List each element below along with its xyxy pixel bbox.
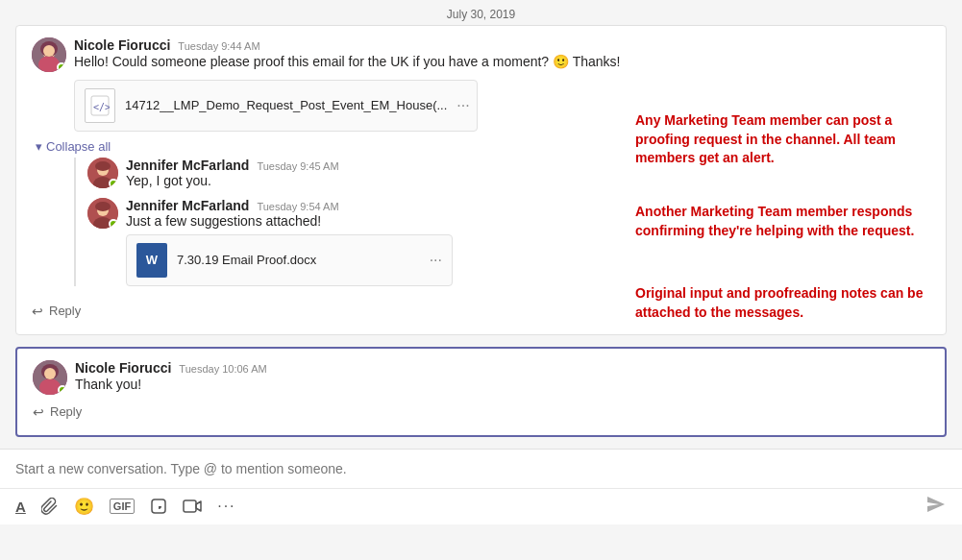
online-badge-1	[57, 62, 66, 72]
svg-text:</>: </>	[93, 102, 110, 112]
avatar-nicole-2	[33, 360, 67, 395]
online-badge-3	[109, 219, 118, 229]
annotation-2: Another Marketing Team member responds c…	[635, 203, 943, 240]
message-time-1: Tuesday 9:44 AM	[178, 40, 259, 52]
attachment-dots-1[interactable]: ···	[456, 97, 469, 114]
meet-icon[interactable]	[183, 499, 202, 513]
reply-time-1: Tuesday 9:45 AM	[257, 160, 338, 172]
format-icon[interactable]: A	[15, 499, 26, 515]
compose-toolbar: A 🙂 GIF ···	[0, 488, 962, 524]
svg-point-18	[44, 368, 56, 379]
collapse-arrow: ▾	[36, 139, 42, 154]
compose-input[interactable]	[0, 450, 962, 488]
reply-time-2: Tuesday 9:54 AM	[257, 201, 338, 212]
attachment-box-2[interactable]: W 7.30.19 Email Proof.docx ···	[126, 234, 453, 286]
word-file-icon: W	[136, 243, 167, 278]
message-time-2: Tuesday 10:06 AM	[179, 363, 266, 375]
reply-button-1[interactable]: ↩ Reply	[32, 302, 81, 321]
reply-arrow-icon-2: ↩	[33, 404, 44, 420]
message-thread-2: Nicole Fiorucci Tuesday 10:06 AM Thank y…	[15, 347, 947, 437]
attachment-dots-2[interactable]: ···	[430, 252, 442, 269]
reply-sender-1: Jennifer McFarland	[126, 158, 249, 173]
attach-icon[interactable]	[41, 498, 59, 515]
attachment-name-1: 14712__LMP_Demo_Request_Post_Event_EM_Ho…	[125, 98, 447, 112]
message-body-2: Thank you!	[75, 376, 929, 395]
avatar-nicole-1	[32, 37, 66, 72]
reply-label-1: Reply	[49, 304, 81, 318]
message-row-2: Nicole Fiorucci Tuesday 10:06 AM Thank y…	[33, 360, 929, 395]
reply-label-2: Reply	[50, 404, 82, 419]
reply-arrow-icon-1: ↩	[32, 304, 43, 319]
message-content-2: Nicole Fiorucci Tuesday 10:06 AM Thank y…	[75, 360, 929, 395]
sender-name-1: Nicole Fiorucci	[74, 37, 170, 53]
attachment-box-1[interactable]: </> 14712__LMP_Demo_Request_Post_Event_E…	[74, 80, 478, 132]
gif-icon[interactable]: GIF	[110, 499, 135, 514]
date-divider: July 30, 2019	[0, 0, 962, 25]
attachment-name-2: 7.30.19 Email Proof.docx	[177, 253, 420, 267]
message-body-1: Hello! Could someone please proof this e…	[74, 53, 930, 72]
avatar-jennifer-2	[87, 198, 118, 229]
reply-body-1: Yep, I got you.	[126, 173, 930, 188]
reply-button-2[interactable]: ↩ Reply	[33, 402, 82, 422]
svg-point-14	[95, 202, 111, 211]
sender-name-2: Nicole Fiorucci	[75, 360, 171, 376]
code-file-icon: </>	[85, 88, 115, 123]
emoji-icon[interactable]: 🙂	[74, 497, 94, 517]
svg-point-4	[43, 45, 55, 57]
avatar-jennifer-1	[87, 158, 118, 188]
annotation-3: Original input and proofreading notes ca…	[635, 284, 943, 322]
collapse-label: Collapse all	[46, 139, 111, 154]
svg-rect-20	[184, 500, 196, 512]
reply-sender-2: Jennifer McFarland	[126, 198, 249, 213]
annotation-1: Any Marketing Team member can post a pro…	[635, 111, 943, 168]
svg-point-10	[95, 161, 111, 171]
reply-section-2: ↩ Reply	[33, 397, 929, 424]
sticker-icon[interactable]	[150, 498, 167, 515]
more-actions-icon[interactable]: ···	[217, 498, 235, 515]
message-meta-1: Nicole Fiorucci Tuesday 9:44 AM	[74, 37, 930, 53]
online-badge-2	[109, 179, 118, 188]
compose-area: A 🙂 GIF ···	[0, 449, 962, 524]
online-badge-4	[58, 385, 67, 395]
message-meta-2: Nicole Fiorucci Tuesday 10:06 AM	[75, 360, 929, 376]
send-button[interactable]	[925, 495, 947, 519]
